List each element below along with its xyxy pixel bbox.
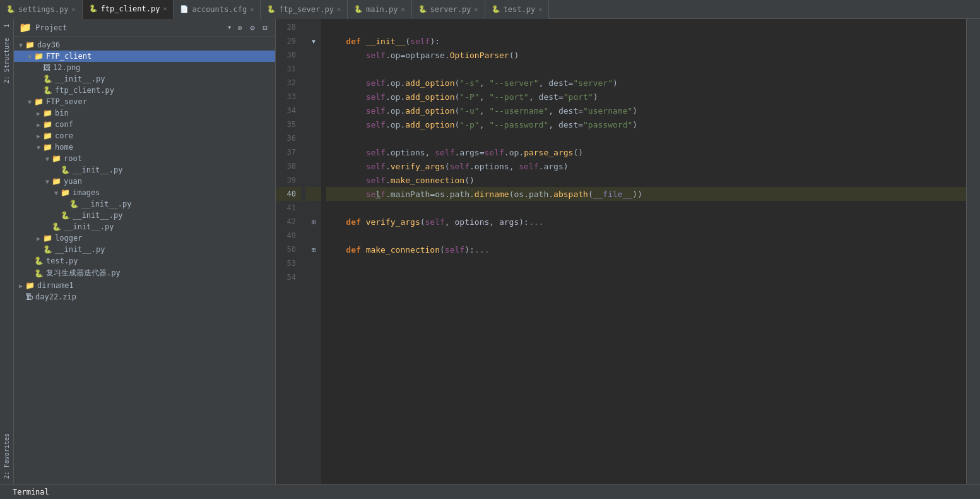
str-u: "-u" — [459, 106, 479, 116]
tree-item-init-ftp[interactable]: 🐍 __init__.py — [14, 244, 275, 255]
options2: options — [475, 162, 509, 171]
collapse-icon[interactable]: ⊟ — [260, 23, 270, 33]
add_option4: add_option — [405, 120, 454, 129]
strip-label-structure[interactable]: 2: Structure — [3, 33, 10, 88]
expand-home-icon[interactable]: ▼ — [34, 144, 43, 151]
paren2: ): — [430, 37, 440, 46]
tab-ftp-sever[interactable]: 🐍 ftp_sever.py ✕ — [261, 0, 348, 19]
tab-server[interactable]: 🐍 server.py ✕ — [412, 0, 485, 19]
strip-label-favorites[interactable]: 2: Favorites — [3, 428, 10, 484]
kw-def3: def — [346, 245, 360, 255]
expand-day36-icon[interactable]: ▼ — [16, 42, 25, 49]
gutter-39 — [306, 173, 321, 187]
tree-item-test-py[interactable]: 🐍 test.py — [14, 255, 275, 267]
str-username2: "username" — [583, 106, 632, 116]
tree-label-bin: bin — [55, 109, 69, 117]
tree-item-init-home[interactable]: 🐍 __init__.py — [14, 221, 275, 232]
gutter-54 — [306, 270, 321, 284]
expand-conf-icon[interactable]: ▶ — [34, 121, 43, 128]
close-settings-icon[interactable]: ✕ — [71, 6, 75, 13]
bottom-tab-terminal[interactable]: Terminal — [5, 486, 57, 498]
tree-item-root[interactable]: ▼ 📁 root — [14, 153, 275, 164]
tree-item-day22zip[interactable]: 🗜 day22.zip — [14, 291, 275, 303]
gutter-50[interactable]: ⊞ — [306, 243, 321, 256]
tree-label-root: root — [64, 154, 82, 163]
ln-30: 30 — [276, 48, 301, 62]
p10: ( — [445, 162, 450, 171]
code-line-35: self . op . add_option ( "-p" , "--passw… — [326, 117, 966, 131]
tree-item-home[interactable]: ▼ 📁 home — [14, 141, 275, 153]
tab-main[interactable]: 🐍 main.py ✕ — [348, 0, 412, 19]
ln-28: 28 — [276, 20, 301, 34]
gutter-29[interactable]: ▼ — [306, 34, 321, 48]
expand-logger-icon[interactable]: ▶ — [34, 235, 43, 242]
close-main-icon[interactable]: ✕ — [401, 6, 405, 13]
expand-dirname1-icon[interactable]: ▶ — [16, 282, 25, 289]
close-server-icon[interactable]: ✕ — [475, 6, 478, 13]
new-file-icon[interactable]: ⊕ — [235, 23, 245, 33]
tree-item-init-yuan[interactable]: 🐍 __init__.py — [14, 210, 275, 221]
gutter-42[interactable]: ⊞ — [306, 215, 321, 229]
close-ftp-sever-icon[interactable]: ✕ — [337, 6, 341, 13]
close-test-icon[interactable]: ✕ — [538, 6, 542, 13]
tree-item-ftp-sever-dir[interactable]: ▼ 📁 FTP_sever — [14, 96, 275, 107]
dropdown-arrow-icon[interactable]: ▼ — [228, 25, 231, 30]
expand-root-icon[interactable]: ▼ — [43, 155, 52, 162]
tree-item-day36[interactable]: ▼ 📁 day36 — [14, 39, 275, 51]
indent2 — [326, 51, 366, 60]
op-attr: op — [391, 51, 401, 60]
tab-test[interactable]: 🐍 test.py ✕ — [485, 0, 550, 19]
expand-ftp-client-icon[interactable]: ▼ — [25, 53, 34, 60]
gutter-36 — [306, 131, 321, 145]
tree-item-dirname1[interactable]: ▶ 📁 dirname1 — [14, 280, 275, 291]
gutter-28 — [306, 20, 321, 34]
dot21: . — [469, 189, 475, 199]
expand-bin-icon[interactable]: ▶ — [34, 110, 43, 117]
tree-label-init-ftp: __init__.py — [55, 245, 105, 254]
expand-yuan-icon[interactable]: ▼ — [43, 178, 52, 185]
settings-gear-icon[interactable]: ⚙ — [247, 23, 257, 33]
close-accounts-icon[interactable]: ✕ — [250, 6, 254, 13]
tree-item-review-py[interactable]: 🐍 复习生成器迭代器.py — [14, 267, 275, 280]
expand-core-icon[interactable]: ▶ — [34, 133, 43, 140]
tree-item-yuan[interactable]: ▼ 📁 yuan — [14, 176, 275, 187]
self7: self — [435, 148, 454, 157]
expand-ftp-sever-icon[interactable]: ▼ — [25, 99, 34, 105]
tree-item-conf[interactable]: ▶ 📁 conf — [14, 119, 275, 130]
code-lines[interactable]: def __init__ ( self ): self . op = optpa… — [321, 19, 966, 484]
tree-item-bin[interactable]: ▶ 📁 bin — [14, 107, 275, 119]
tab-settings[interactable]: 🐍 settings.py ✕ — [0, 0, 83, 19]
tree-item-12png[interactable]: 🖼 12.png — [14, 62, 275, 73]
bottom-bar: Terminal — [0, 484, 980, 499]
path2: path — [529, 189, 548, 199]
tree-item-logger[interactable]: ▶ 📁 logger — [14, 232, 275, 244]
tree-item-init-1[interactable]: 🐍 __init__.py — [14, 73, 275, 85]
tree-item-ftp-client[interactable]: ▼ 📁 FTP_client — [14, 51, 275, 62]
tree-item-init-root[interactable]: 🐍 __init__.py — [14, 164, 275, 176]
tab-ftp-client[interactable]: 🐍 ftp_client.py ✕ — [83, 0, 174, 19]
tab-accounts-label: accounts.cfg — [192, 5, 247, 14]
close-ftp-client-icon[interactable]: ✕ — [163, 5, 167, 12]
strip-label-1[interactable]: 1 — [3, 19, 10, 33]
tab-accounts[interactable]: 📄 accounts.cfg ✕ — [174, 0, 261, 19]
self13b: f — [381, 189, 386, 199]
self5: self — [366, 120, 386, 129]
self13: se — [366, 189, 376, 199]
tree-item-init-images[interactable]: 🐍 __init__.py — [14, 198, 275, 210]
p16: ( — [420, 217, 425, 227]
p14: ( — [588, 189, 593, 199]
tree-item-ftp-client-py[interactable]: 🐍 ftp_client.py — [14, 85, 275, 96]
py-file-icon2: 🐍 — [43, 86, 52, 95]
tree-item-images[interactable]: ▼ 📁 images — [14, 187, 275, 198]
expand-images-icon[interactable]: ▼ — [52, 189, 61, 196]
dest3: dest= — [558, 106, 583, 116]
indent4 — [326, 92, 366, 102]
tree-item-core[interactable]: ▶ 📁 core — [14, 130, 275, 141]
dot12: . — [455, 148, 460, 157]
ln-37: 37 — [276, 145, 301, 159]
p4: ) — [593, 92, 598, 102]
tree-label-home: home — [55, 143, 73, 152]
editor-content[interactable]: 28 29 30 31 32 33 34 35 36 37 38 39 40 4… — [276, 19, 966, 484]
gutter-40 — [306, 187, 321, 201]
p6: ) — [632, 106, 637, 116]
